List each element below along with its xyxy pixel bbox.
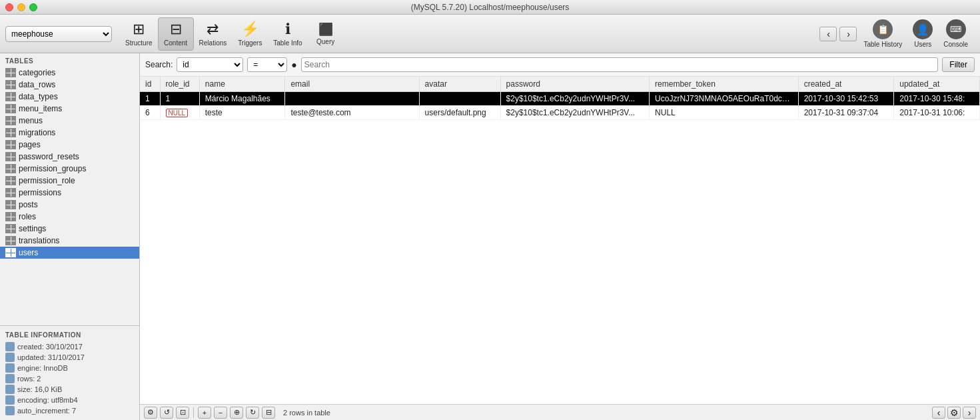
titlebar: (MySQL 5.7.20) Localhost/meephouse/users bbox=[0, 0, 980, 15]
sidebar-tables: TABLES categories data_rows data_types m… bbox=[0, 53, 139, 325]
cell-created_at: 2017-10-31 09:37:04 bbox=[798, 106, 894, 120]
filter-button[interactable]: Filter bbox=[942, 57, 975, 72]
col-header-avatar[interactable]: avatar bbox=[419, 77, 500, 92]
toolbar-query[interactable]: ⬛ Query bbox=[308, 17, 344, 51]
toolbar-table-info[interactable]: ℹ Table Info bbox=[268, 17, 307, 51]
table-row[interactable]: 1 1 Márcio Magalhães $2y$10$tc1.eCb2y2ud… bbox=[140, 92, 980, 106]
cell-updated_at: 2017-10-31 10:06: bbox=[894, 106, 980, 120]
sidebar-item-pages[interactable]: pages bbox=[0, 139, 139, 151]
info-engine: engine: InnoDB bbox=[0, 363, 139, 373]
table-history-button[interactable]: 📋 Table History bbox=[859, 18, 906, 49]
sidebar-item-translations[interactable]: translations bbox=[0, 235, 139, 247]
row-count-status: 2 rows in table bbox=[283, 409, 330, 417]
info-auto-increment-text: auto_increment: 7 bbox=[17, 407, 76, 415]
info-bullet-icon bbox=[5, 353, 15, 362]
info-header: TABLE INFORMATION bbox=[0, 330, 139, 341]
searchbar: Search: id = ● Filter bbox=[140, 53, 980, 77]
sidebar-item-label: permissions bbox=[19, 188, 61, 197]
scroll-left-button[interactable]: ‹ bbox=[932, 407, 945, 419]
database-select[interactable]: meephouse bbox=[5, 26, 112, 42]
sidebar-item-users[interactable]: users bbox=[0, 247, 139, 259]
table-icon bbox=[5, 80, 16, 89]
col-header-email[interactable]: email bbox=[285, 77, 419, 92]
minimize-button[interactable] bbox=[17, 3, 25, 11]
table-icon bbox=[5, 104, 16, 113]
col-header-remember_token[interactable]: remember_token bbox=[650, 77, 799, 92]
sidebar-item-menus[interactable]: menus bbox=[0, 115, 139, 127]
sidebar-item-label: translations bbox=[19, 236, 59, 245]
info-bullet-icon bbox=[5, 342, 15, 351]
col-header-id[interactable]: id bbox=[140, 77, 160, 92]
table-body: 1 1 Márcio Magalhães $2y$10$tc1.eCb2y2ud… bbox=[140, 92, 980, 120]
search-operator-select[interactable]: = bbox=[247, 57, 287, 72]
col-header-updated_at[interactable]: updated_at bbox=[894, 77, 980, 92]
add-row-button[interactable]: + bbox=[198, 407, 211, 419]
col-header-name[interactable]: name bbox=[199, 77, 285, 92]
col-header-role_id[interactable]: role_id bbox=[160, 77, 199, 92]
sidebar-item-permissions[interactable]: permissions bbox=[0, 187, 139, 199]
refresh-button[interactable]: ↺ bbox=[160, 407, 173, 419]
sidebar-item-label: settings bbox=[19, 224, 46, 233]
scroll-right-button[interactable]: › bbox=[963, 407, 976, 419]
nav-forward-button[interactable]: › bbox=[839, 27, 857, 41]
sidebar-item-permission_role[interactable]: permission_role bbox=[0, 175, 139, 187]
sidebar-item-password_resets[interactable]: password_resets bbox=[0, 151, 139, 163]
refresh-data-button[interactable]: ↻ bbox=[246, 407, 259, 419]
table-info-label: Table Info bbox=[273, 39, 302, 47]
scroll-settings-button[interactable]: ⚙ bbox=[947, 407, 961, 419]
content-area: Search: id = ● Filter id role_id name em… bbox=[140, 53, 980, 420]
col-header-password[interactable]: password bbox=[500, 77, 650, 92]
toolbar-relations[interactable]: ⇄ Relations bbox=[194, 17, 233, 51]
table-icon bbox=[5, 116, 16, 125]
table-header-row: id role_id name email avatar password re… bbox=[140, 77, 980, 92]
toolbar-triggers[interactable]: ⚡ Triggers bbox=[232, 17, 268, 51]
sidebar-item-data_types[interactable]: data_types bbox=[0, 91, 139, 103]
export-button[interactable]: ⊡ bbox=[176, 407, 189, 419]
toolbar-content[interactable]: ⊟ Content bbox=[158, 17, 194, 51]
table-icon bbox=[5, 164, 16, 173]
sidebar-item-data_rows[interactable]: data_rows bbox=[0, 79, 139, 91]
sidebar-info: TABLE INFORMATION created: 30/10/2017 up… bbox=[0, 325, 139, 420]
triggers-label: Triggers bbox=[238, 39, 262, 47]
query-label: Query bbox=[316, 38, 334, 45]
info-size: size: 16,0 KiB bbox=[0, 384, 139, 395]
toolbar-structure[interactable]: ⊞ Structure bbox=[120, 17, 158, 51]
sidebar-item-posts[interactable]: posts bbox=[0, 199, 139, 211]
window-controls bbox=[5, 3, 37, 11]
sidebar-item-settings[interactable]: settings bbox=[0, 223, 139, 235]
cell-name: Márcio Magalhães bbox=[199, 92, 285, 106]
triggers-icon: ⚡ bbox=[241, 21, 259, 38]
col-header-created_at[interactable]: created_at bbox=[798, 77, 894, 92]
search-input[interactable] bbox=[301, 57, 939, 72]
maximize-button[interactable] bbox=[29, 3, 37, 11]
info-updated: updated: 31/10/2017 bbox=[0, 352, 139, 363]
database-selector[interactable]: meephouse bbox=[5, 26, 112, 42]
sidebar-item-roles[interactable]: roles bbox=[0, 211, 139, 223]
filter-export-button[interactable]: ⊟ bbox=[262, 407, 275, 419]
users-button[interactable]: 👤 Users bbox=[909, 18, 937, 49]
sidebar-item-menu_items[interactable]: menu_items bbox=[0, 103, 139, 115]
bottom-right: ‹ ⚙ › bbox=[932, 407, 976, 419]
table-row[interactable]: 6 NULL teste teste@teste.com users/defau… bbox=[140, 106, 980, 120]
search-field-select[interactable]: id bbox=[177, 57, 243, 72]
tables-header: TABLES bbox=[0, 53, 139, 67]
close-button[interactable] bbox=[5, 3, 13, 11]
console-label: Console bbox=[943, 41, 968, 48]
gear-button[interactable]: ⚙ bbox=[144, 407, 157, 419]
cell-avatar bbox=[419, 92, 500, 106]
console-icon: ⌨ bbox=[946, 19, 966, 39]
table-icon bbox=[5, 128, 16, 137]
duplicate-row-button[interactable]: ⊕ bbox=[230, 407, 243, 419]
info-encoding-text: encoding: utf8mb4 bbox=[17, 396, 78, 404]
cell-role_id: 1 bbox=[160, 92, 199, 106]
table-icon bbox=[5, 200, 16, 209]
console-button[interactable]: ⌨ Console bbox=[939, 18, 972, 49]
nav-back-button[interactable]: ‹ bbox=[819, 27, 837, 41]
sidebar-item-migrations[interactable]: migrations bbox=[0, 127, 139, 139]
toolbar-right: ‹ › 📋 Table History 👤 Users ⌨ Console bbox=[819, 18, 977, 49]
cell-remember_token: NULL bbox=[650, 106, 799, 120]
sidebar-item-categories[interactable]: categories bbox=[0, 67, 139, 79]
info-engine-text: engine: InnoDB bbox=[17, 364, 68, 372]
sidebar-item-permission_groups[interactable]: permission_groups bbox=[0, 163, 139, 175]
remove-row-button[interactable]: − bbox=[214, 407, 227, 419]
